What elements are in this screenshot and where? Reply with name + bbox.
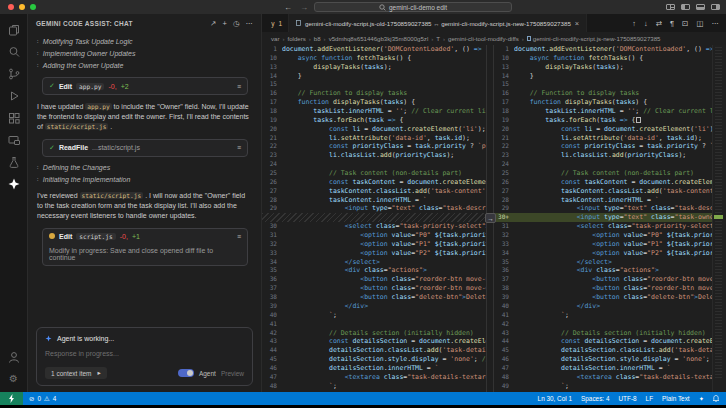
code-line[interactable]: 45 detailsSection.style.display = 'none'… [262, 355, 486, 364]
code-line[interactable]: 16 // Function to display tasks [494, 89, 712, 98]
live-preview-icon[interactable] [6, 132, 21, 147]
code-line[interactable]: 32 <option value="P1" ${task.priority [262, 240, 486, 249]
remote-indicator[interactable] [0, 392, 23, 405]
code-line[interactable]: 47 detailsSection.innerHTML = ` [494, 364, 712, 373]
code-line[interactable]: 1document.addEventListener('DOMContentLo… [262, 45, 486, 54]
nav-back-icon[interactable]: ← [284, 3, 292, 12]
code-line[interactable]: 30+ <input type="text" class="task-owner… [494, 213, 712, 222]
minimap[interactable] [712, 45, 726, 392]
breadcrumb[interactable]: var›folders›b8›v5dmhq8s651446gb3kj35m800… [262, 32, 726, 45]
notifications-bell-icon[interactable] [713, 395, 719, 402]
open-file-icon[interactable]: ⊡ [682, 19, 688, 28]
code-line[interactable]: 1document.addEventListener('DOMContentLo… [494, 45, 712, 54]
apply-change-arrow-button[interactable]: → [485, 213, 496, 223]
search-sidebar-icon[interactable] [6, 44, 21, 59]
code-line[interactable]: 44 const detailsSection = document.creat… [494, 337, 712, 346]
testing-icon[interactable] [6, 154, 21, 169]
code-line[interactable]: 22 const priorityClass = task.priority ?… [262, 142, 486, 151]
thread-topic-item[interactable]: ∶Defining the Changes [37, 164, 251, 172]
thread-topic-item[interactable]: ∶Implementing Owner Updates [37, 50, 251, 58]
code-line[interactable]: 27 taskContent.classList.add('task-conte… [494, 187, 712, 196]
code-line[interactable]: 14 } [494, 72, 712, 81]
expand-card-icon[interactable]: ≡ [237, 144, 241, 151]
code-line[interactable]: 40 `; [262, 311, 486, 320]
code-line[interactable]: 18 taskList.innerHTML = ''; // Clear cur… [494, 107, 712, 116]
code-line[interactable]: 29 <input type="text" class="task-descri… [494, 204, 712, 213]
customize-layout-icon[interactable] [666, 4, 675, 10]
code-line[interactable]: 49 `; [494, 382, 712, 391]
code-line[interactable]: 35 <div class="actions"> [262, 266, 486, 275]
code-line[interactable]: 43 // Details section (initially hidden) [494, 329, 712, 338]
tab-diff-active[interactable]: gemini-cli-modify-script.js-old-17508590… [289, 14, 587, 32]
next-change-icon[interactable]: ↓ [644, 19, 648, 28]
code-line[interactable]: 10 async function fetchTasks() { [262, 54, 486, 63]
code-line[interactable]: 37 <button class="reorder-btn move-up" [494, 275, 712, 284]
code-line[interactable]: 48 <textarea class="task-details-textare… [494, 373, 712, 382]
code-line[interactable]: 38 <button class="reorder-btn move-down" [494, 284, 712, 293]
extensions-icon[interactable] [6, 110, 21, 125]
split-editor-icon[interactable]: ◫ [696, 19, 703, 28]
toggle-sidebar-icon[interactable] [681, 4, 690, 10]
code-line[interactable]: 40 </div> [494, 302, 712, 311]
close-window-button[interactable] [8, 4, 14, 10]
toggle-secondary-sidebar-icon[interactable] [711, 4, 720, 10]
thread-topic-item[interactable]: ∶Adding the Owner Update [37, 62, 251, 70]
agent-mode-toggle[interactable] [178, 369, 194, 377]
status-item[interactable]: Spaces: 4 [581, 395, 609, 402]
code-line[interactable]: 22 const priorityClass = task.priority ?… [494, 142, 712, 151]
account-icon[interactable] [6, 349, 21, 364]
expand-card-icon[interactable]: ≡ [237, 83, 241, 90]
run-debug-icon[interactable] [6, 88, 21, 103]
breadcrumb-item[interactable]: gemini-cli-tool-modify-diffs [448, 35, 519, 42]
breadcrumb-item[interactable]: T [436, 35, 440, 42]
diff-pane-modified[interactable]: 1document.addEventListener('DOMContentLo… [494, 45, 712, 392]
code-line[interactable]: 14 } [262, 72, 486, 81]
swap-sides-icon[interactable]: ⇄ [656, 19, 662, 28]
status-item[interactable]: Ln 30, Col 1 [538, 395, 572, 402]
code-line[interactable]: 42 [494, 320, 712, 329]
code-line[interactable]: 35 </select> [494, 258, 712, 267]
toggle-panel-icon[interactable] [696, 4, 705, 10]
code-line[interactable]: 19 tasks.forEach(task => { [262, 116, 486, 125]
tool-call-card[interactable]: ✓ReadFile...static/script.js≡ [42, 139, 248, 157]
code-line[interactable]: 48 `; [262, 382, 486, 391]
code-line[interactable]: 21 li.setAttribute('data-id', task.id); [494, 134, 712, 143]
code-line[interactable]: 28 taskContent.innerHTML = ` [494, 196, 712, 205]
code-line[interactable]: 34 </select> [262, 258, 486, 267]
code-line[interactable]: 37 <button class="reorder-btn move-down" [262, 284, 486, 293]
breadcrumb-item[interactable]: b8 [314, 35, 321, 42]
code-line[interactable]: 23 li.classList.add(priorityClass); [262, 151, 486, 160]
code-line[interactable]: 13 displayTasks(tasks); [494, 63, 712, 72]
code-line[interactable]: 26 const taskContent = document.createEl… [262, 178, 486, 187]
code-line[interactable]: 34 <option value="P2" ${task.priority [494, 249, 712, 258]
code-line[interactable]: 44 detailsSection.classList.add('task-de… [262, 346, 486, 355]
code-line[interactable]: 31 <select class="task-priority-select"> [494, 222, 712, 231]
code-line[interactable]: 25 // Task content (non-details part) [494, 169, 712, 178]
status-item[interactable]: UTF-8 [618, 395, 636, 402]
settings-gear-icon[interactable]: ⚙ [6, 371, 21, 386]
chat-input-box[interactable]: Agent is working... Response in progress… [36, 327, 253, 386]
code-line[interactable]: 43 const detailsSection = document.creat… [262, 337, 486, 346]
diff-pane-original[interactable]: 1document.addEventListener('DOMContentLo… [262, 45, 486, 392]
thread-topic-item[interactable]: ∶Initiating the Implementation [37, 176, 251, 184]
nav-forward-icon[interactable]: → [300, 3, 308, 12]
code-line[interactable]: 24 [262, 160, 486, 169]
breadcrumb-item[interactable]: var [271, 35, 279, 42]
code-line[interactable]: 31 <option value="P0" ${task.priority [262, 231, 486, 240]
code-line[interactable]: 38 <button class="delete-btn">Delete</bu… [262, 293, 486, 302]
code-line[interactable]: 30 <select class="task-priority-select"> [262, 222, 486, 231]
code-line[interactable]: 20 const li = document.createElement('li… [494, 125, 712, 134]
code-line[interactable]: 16 // Function to display tasks [262, 89, 486, 98]
code-line[interactable]: 45 detailsSection.classList.add('task-de… [494, 346, 712, 355]
status-item[interactable]: LF [646, 395, 653, 402]
tool-call-card[interactable]: ✓Editapp.py-0,+2≡ [42, 77, 248, 95]
explorer-icon[interactable] [6, 22, 21, 37]
code-line[interactable]: 39 </div> [262, 302, 486, 311]
gemini-code-assist-icon[interactable] [6, 176, 21, 191]
zoom-window-button[interactable] [30, 4, 36, 10]
breadcrumb-item[interactable]: v5dmhq8s651446gb3kj35m8000g5zl [329, 35, 429, 42]
tab-app-py-partial[interactable]: y 1 [262, 14, 289, 32]
code-line[interactable]: 15 [262, 80, 486, 89]
status-item[interactable]: Plain Text [662, 395, 690, 402]
thread-topic-item[interactable]: ∶Modifying Task Update Logic [37, 38, 251, 46]
